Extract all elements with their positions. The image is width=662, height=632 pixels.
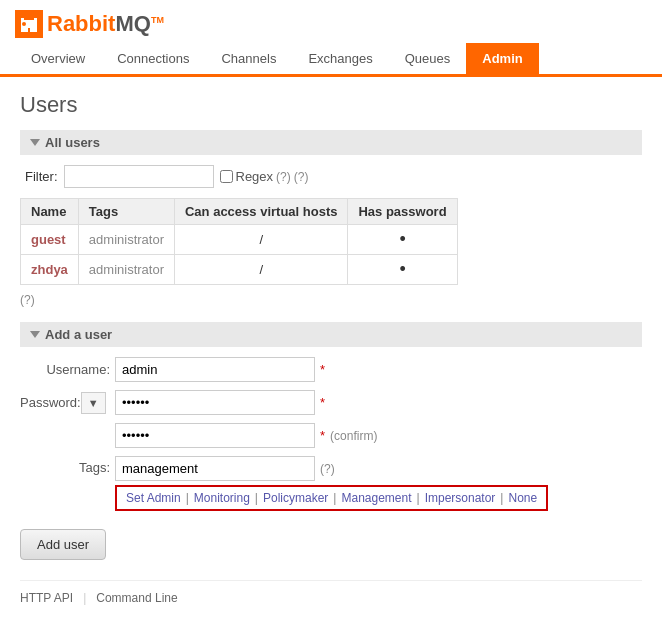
nav-overview[interactable]: Overview — [15, 43, 101, 77]
add-user-section-label: Add a user — [45, 327, 112, 342]
regex-checkbox[interactable] — [220, 170, 233, 183]
filter-row: Filter: Regex (?) (?) — [20, 165, 642, 188]
tag-monitoring-btn[interactable]: Monitoring — [190, 490, 254, 506]
table-header-row: Name Tags Can access virtual hosts Has p… — [21, 199, 458, 225]
tag-policymaker-btn[interactable]: Policymaker — [259, 490, 332, 506]
tags-row: Tags: (?) Set Admin | Monitoring | Polic… — [20, 456, 642, 511]
username-label: Username: — [20, 362, 110, 377]
regex-label: Regex — [236, 169, 274, 184]
user-vhosts-guest: / — [174, 225, 347, 255]
add-user-section-header[interactable]: Add a user — [20, 322, 642, 347]
password-row: Password: ▼ * — [20, 390, 642, 415]
user-tags-guest: administrator — [78, 225, 174, 255]
add-user-section: Add a user Username: * Password: ▼ * * (… — [20, 322, 642, 560]
regex-help2[interactable]: (?) — [294, 170, 309, 184]
col-tags: Tags — [78, 199, 174, 225]
regex-area: Regex (?) (?) — [220, 169, 309, 184]
regex-help1[interactable]: (?) — [276, 170, 291, 184]
sep2: | — [255, 491, 258, 505]
command-line-link[interactable]: Command Line — [96, 591, 177, 605]
sep4: | — [417, 491, 420, 505]
http-api-link[interactable]: HTTP API — [20, 591, 73, 605]
table-row: zhdya administrator / • — [21, 255, 458, 285]
tag-impersonator-btn[interactable]: Impersonator — [421, 490, 500, 506]
nav-exchanges[interactable]: Exchanges — [292, 43, 388, 77]
tags-area: (?) Set Admin | Monitoring | Policymaker… — [115, 456, 548, 511]
all-users-section-label: All users — [45, 135, 100, 150]
tag-management-btn[interactable]: Management — [337, 490, 415, 506]
add-user-button[interactable]: Add user — [20, 529, 106, 560]
footer-links: HTTP API | Command Line — [20, 580, 642, 605]
user-tags-zhdya: administrator — [78, 255, 174, 285]
logo-tm: TM — [151, 15, 164, 25]
nav-connections[interactable]: Connections — [101, 43, 205, 77]
main-nav: Overview Connections Channels Exchanges … — [15, 43, 647, 74]
password-confirm-row: * (confirm) — [20, 423, 642, 448]
nav-channels[interactable]: Channels — [205, 43, 292, 77]
user-vhosts-zhdya: / — [174, 255, 347, 285]
table-row: guest administrator / • — [21, 225, 458, 255]
username-input[interactable] — [115, 357, 315, 382]
password-confirm-required: * — [320, 428, 325, 443]
sep1: | — [186, 491, 189, 505]
col-name: Name — [21, 199, 79, 225]
col-password: Has password — [348, 199, 457, 225]
password-required: * — [320, 395, 325, 410]
tag-none-btn[interactable]: None — [504, 490, 541, 506]
nav-queues[interactable]: Queues — [389, 43, 467, 77]
tags-input[interactable] — [115, 456, 315, 481]
tags-input-row: (?) — [115, 456, 548, 481]
main-content: Users All users Filter: Regex (?) (?) Na… — [0, 77, 662, 620]
collapse-icon — [30, 139, 40, 146]
sep5: | — [500, 491, 503, 505]
sep3: | — [333, 491, 336, 505]
footer-separator: | — [83, 591, 86, 605]
col-vhosts: Can access virtual hosts — [174, 199, 347, 225]
tag-buttons-row: Set Admin | Monitoring | Policymaker | M… — [115, 485, 548, 511]
tag-set-admin-btn[interactable]: Set Admin — [122, 490, 185, 506]
password-label: Password: — [20, 395, 81, 410]
page-title: Users — [20, 92, 642, 118]
filter-input[interactable] — [64, 165, 214, 188]
user-password-guest: • — [348, 225, 457, 255]
user-name-guest[interactable]: guest — [21, 225, 79, 255]
svg-point-5 — [22, 22, 26, 26]
password-arrow-btn[interactable]: ▼ — [81, 392, 106, 414]
user-name-zhdya[interactable]: zhdya — [21, 255, 79, 285]
add-user-collapse-icon — [30, 331, 40, 338]
password-confirm-input[interactable] — [115, 423, 315, 448]
password-input[interactable] — [115, 390, 315, 415]
users-table: Name Tags Can access virtual hosts Has p… — [20, 198, 458, 285]
username-required: * — [320, 362, 325, 377]
logo-area: RabbitMQTM — [15, 10, 647, 38]
password-label-area: Password: ▼ — [20, 392, 110, 414]
logo-icon — [15, 10, 43, 38]
confirm-label: (confirm) — [330, 429, 377, 443]
filter-label: Filter: — [25, 169, 58, 184]
table-help-note[interactable]: (?) — [20, 293, 642, 307]
all-users-section-header[interactable]: All users — [20, 130, 642, 155]
tags-help[interactable]: (?) — [320, 462, 335, 476]
header: RabbitMQTM Overview Connections Channels… — [0, 0, 662, 77]
user-password-zhdya: • — [348, 255, 457, 285]
tags-label: Tags: — [20, 460, 110, 475]
svg-rect-3 — [34, 18, 37, 24]
nav-admin[interactable]: Admin — [466, 43, 538, 77]
logo-text: RabbitMQTM — [47, 11, 164, 37]
username-row: Username: * — [20, 357, 642, 382]
